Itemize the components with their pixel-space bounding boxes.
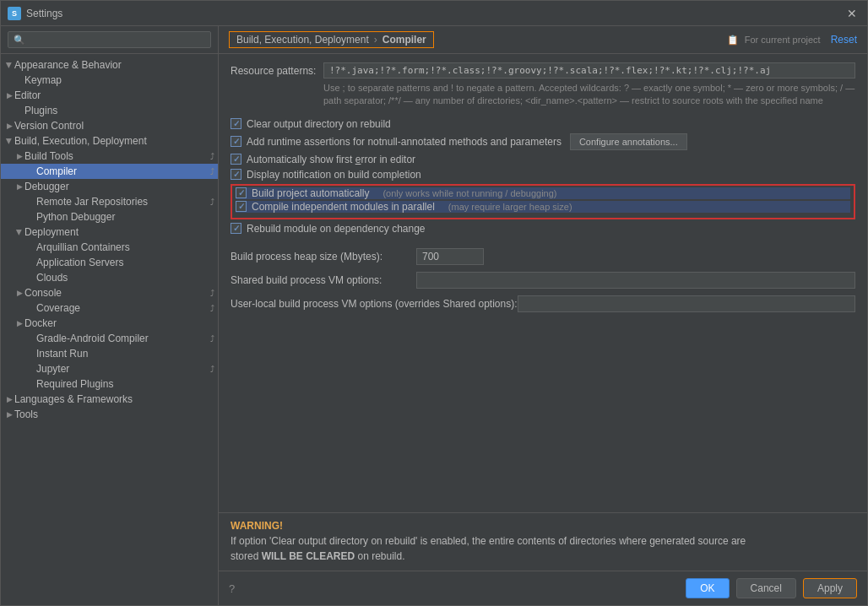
sidebar-item-python-debugger[interactable]: Python Debugger [1,209,218,225]
auto-show-error-label: Automatically show first error in editor [247,154,415,165]
sidebar-item-console[interactable]: ▶ Console ⤴ [1,285,218,300]
sidebar-item-label: Tools [14,409,38,420]
help-icon[interactable]: ? [229,582,235,595]
rebuild-module-checkbox[interactable] [231,223,241,234]
breadcrumb-bar: Build, Execution, Deployment › Compiler … [219,26,867,54]
sidebar-item-remote-jar-repos[interactable]: Remote Jar Repositories ⤴ [1,194,218,209]
expand-arrow-icon: ▶ [15,227,24,237]
resource-hint: Use ; to separate patterns and ! to nega… [323,82,855,108]
sidebar-item-build-tools[interactable]: ▶ Build Tools ⤴ [1,149,218,164]
sidebar-item-label: Gradle-Android Compiler [36,333,149,344]
sidebar-item-keymap[interactable]: Keymap [1,73,218,88]
user-vm-input[interactable] [518,295,856,312]
sidebar-item-arquillian[interactable]: Arquillian Containers [1,240,218,255]
sidebar-item-appearance-behavior[interactable]: ▶ Appearance & Behavior [1,57,218,73]
compile-parallel-row: Compile independent modules in parallel … [236,201,850,213]
sidebar-item-jupyter[interactable]: Jupyter ⤴ [1,361,218,376]
sidebar-item-label: Version Control [14,120,84,132]
sidebar-item-label: Plugins [24,105,57,116]
sidebar-item-label: Languages & Frameworks [14,393,133,405]
content-area: ▶ Appearance & Behavior Keymap ▶ Editor [1,26,867,605]
warning-bar: WARNING! If option 'Clear output directo… [219,512,867,571]
auto-show-error-row: Automatically show first error in editor [231,154,855,165]
expand-arrow-icon: ▶ [5,60,14,70]
resource-patterns-input[interactable] [323,62,855,78]
apply-button[interactable]: Apply [803,578,857,598]
sidebar-item-label: Debugger [24,181,69,192]
sidebar-item-languages-frameworks[interactable]: ▶ Languages & Frameworks [1,392,218,407]
export-icon: ⤴ [210,152,214,161]
auto-show-error-checkbox[interactable] [231,154,241,165]
sidebar: ▶ Appearance & Behavior Keymap ▶ Editor [1,26,219,605]
sidebar-item-label: Clouds [36,272,68,284]
sidebar-item-clouds[interactable]: Clouds [1,270,218,285]
export-icon: ⤴ [210,334,214,344]
sidebar-item-label: Remote Jar Repositories [36,196,148,208]
sidebar-item-label: Deployment [24,226,79,238]
breadcrumb-separator: › [374,34,377,46]
sidebar-item-plugins[interactable]: Plugins [1,103,218,118]
user-vm-row: User-local build process VM options (ove… [231,295,855,312]
cancel-button[interactable]: Cancel [736,578,796,598]
sidebar-item-label: Required Plugins [36,378,113,390]
sidebar-item-docker[interactable]: ▶ Docker [1,316,218,331]
warning-title: WARNING! [231,520,855,532]
for-current-project: 📋 For current project [727,35,821,46]
sidebar-item-tools[interactable]: ▶ Tools [1,407,218,422]
build-automatically-label: Build project automatically [252,187,369,199]
main-content: Build, Execution, Deployment › Compiler … [219,26,867,605]
build-automatically-checkbox[interactable] [236,187,247,198]
resource-patterns-label: Resource patterns: [231,62,323,77]
ok-button[interactable]: OK [686,578,729,598]
reset-link[interactable]: Reset [831,34,857,46]
sidebar-item-application-servers[interactable]: Application Servers [1,255,218,270]
compile-parallel-checkbox[interactable] [236,201,247,212]
sidebar-item-version-control[interactable]: ▶ Version Control [1,118,218,133]
sidebar-item-label: Arquillian Containers [36,241,130,253]
sidebar-item-deployment[interactable]: ▶ Deployment [1,225,218,240]
export-icon: ⤴ [210,197,214,207]
compile-parallel-label: Compile independent modules in parallel [252,201,435,213]
add-assertions-row: Add runtime assertions for notnull-annot… [231,133,855,150]
sidebar-item-build-execution-deployment[interactable]: ▶ Build, Execution, Deployment [1,133,218,149]
sidebar-item-editor[interactable]: ▶ Editor [1,88,218,103]
sidebar-item-instant-run[interactable]: Instant Run [1,346,218,361]
search-input[interactable] [8,31,211,48]
sidebar-item-required-plugins[interactable]: Required Plugins [1,376,218,392]
clear-output-checkbox[interactable] [231,118,241,129]
sidebar-item-label: Python Debugger [36,211,115,223]
configure-annotations-button[interactable]: Configure annotations... [570,133,687,150]
clear-output-row: Clear output directory on rebuild [231,118,855,130]
display-notification-row: Display notification on build completion [231,169,855,181]
sidebar-item-debugger[interactable]: ▶ Debugger [1,179,218,194]
heap-size-input[interactable] [416,248,484,265]
heap-size-label: Build process heap size (Mbytes): [231,251,416,262]
close-button[interactable]: ✕ [844,7,860,20]
heap-size-row: Build process heap size (Mbytes): [231,248,855,265]
app-icon: S [8,7,21,20]
sidebar-tree: ▶ Appearance & Behavior Keymap ▶ Editor [1,54,218,605]
expand-arrow-icon: ▶ [4,122,14,130]
breadcrumb-current: Compiler [382,34,426,46]
sidebar-item-coverage[interactable]: Coverage ⤴ [1,300,218,316]
highlighted-checkboxes-group: Build project automatically (only works … [231,184,855,219]
sidebar-item-compiler[interactable]: Compiler ⤴ [1,164,218,179]
sidebar-item-label: Build Tools [24,150,73,162]
breadcrumb: Build, Execution, Deployment › Compiler [229,31,434,48]
shared-vm-label: Shared build process VM options: [231,274,416,286]
export-icon: ⤴ [210,365,214,374]
expand-arrow-icon: ▶ [14,152,24,160]
window-title: Settings [26,8,844,19]
expand-arrow-icon: ▶ [14,319,24,327]
expand-arrow-icon: ▶ [4,395,14,403]
sidebar-item-label: Console [24,287,62,299]
breadcrumb-parent: Build, Execution, Deployment [236,34,369,46]
sidebar-item-label: Coverage [36,302,80,314]
display-notification-checkbox[interactable] [231,169,241,180]
shared-vm-input[interactable] [416,272,855,289]
expand-arrow-icon: ▶ [14,289,24,297]
sidebar-item-gradle-android[interactable]: Gradle-Android Compiler ⤴ [1,331,218,346]
title-bar: S Settings ✕ [1,1,867,26]
sidebar-item-label: Docker [24,317,57,329]
add-assertions-checkbox[interactable] [231,136,241,147]
